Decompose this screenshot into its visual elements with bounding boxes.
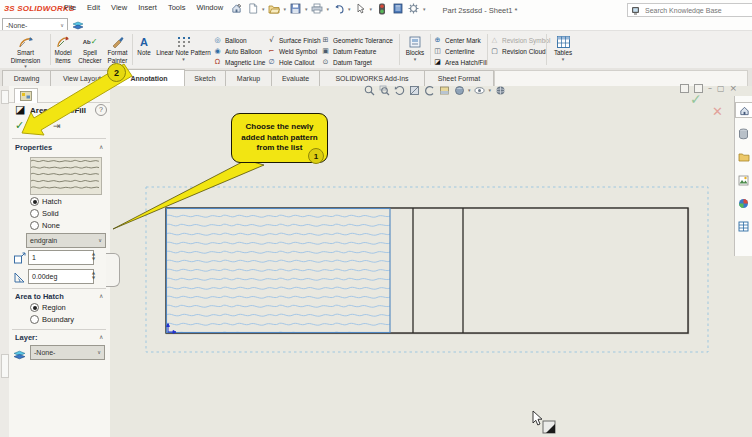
cancel-button[interactable]: ✕ (34, 121, 42, 131)
ribbon-button-datum-feature[interactable]: ▣ Datum Feature (321, 46, 376, 56)
confirmation-cancel-icon[interactable]: ✕ (712, 105, 723, 118)
hatch-scale-field[interactable]: 1 (28, 250, 94, 265)
knowledge-base-search[interactable] (627, 3, 752, 17)
select-caret-icon[interactable]: ▾ (370, 6, 373, 12)
ok-button[interactable]: ✓ (15, 120, 24, 131)
menu-tools[interactable]: Tools (168, 3, 186, 13)
select-icon[interactable] (354, 2, 367, 15)
radio-solid[interactable] (30, 209, 39, 218)
ribbon-button-weld-symbol[interactable]: ⌐ Weld Symbol (267, 46, 317, 56)
ribbon-button-revision-cloud[interactable]: ▢ Revision Cloud (490, 46, 546, 56)
ribbon-button-note[interactable]: A Note (134, 32, 154, 68)
file-explorer-icon[interactable] (737, 150, 751, 164)
open-icon[interactable] (268, 2, 281, 15)
view-palette-icon[interactable] (737, 173, 751, 187)
tab-drawing[interactable]: Drawing (2, 70, 51, 86)
window-icon-a[interactable] (680, 84, 689, 93)
close-icon[interactable]: × (730, 84, 738, 93)
ribbon-button-area-hatch-fill[interactable]: ◪ Area Hatch/Fill (433, 57, 488, 67)
collapse-icon[interactable]: ∧ (99, 293, 103, 299)
help-icon[interactable]: ? (95, 104, 107, 116)
panel-layer-dropdown[interactable]: -None- ∨ (30, 345, 105, 360)
hatch-angle-spinner[interactable]: ▲ ▼ (89, 268, 98, 283)
pin-button[interactable]: ⇥ (53, 122, 61, 131)
save-icon[interactable] (289, 2, 302, 15)
ribbon-button-magnetic-line[interactable]: Ω Magnetic Line (213, 57, 265, 67)
spin-down-icon[interactable]: ▼ (92, 257, 95, 261)
new-doc-caret-icon[interactable]: ▾ (262, 6, 265, 12)
ribbon-button-geometric-tolerance[interactable]: ⊞ Geometric Tolerance (321, 35, 393, 45)
collapse-icon[interactable]: ∧ (99, 334, 103, 340)
radio-none[interactable] (30, 221, 39, 230)
redraw-icon[interactable] (423, 84, 435, 96)
appearances-icon[interactable] (737, 196, 751, 210)
ribbon-button-tables[interactable]: Tables ▾ (549, 32, 577, 68)
ribbon-button-linear-note-pattern[interactable]: Linear Note Pattern ▾ (155, 32, 212, 68)
ribbon-button-surface-finish[interactable]: √ Surface Finish (267, 35, 321, 45)
section-view-icon[interactable] (408, 84, 420, 96)
menu-insert[interactable]: Insert (138, 3, 157, 13)
tab-sketch[interactable]: Sketch (184, 70, 226, 86)
menu-window[interactable]: Window (196, 3, 223, 13)
panel-flyout-handle[interactable] (106, 253, 120, 287)
spin-down-icon[interactable]: ▼ (92, 276, 95, 280)
new-document-icon[interactable] (246, 2, 259, 15)
property-manager-tab-icon (20, 91, 32, 101)
design-library-icon[interactable] (737, 127, 751, 141)
ribbon-button-blocks[interactable]: Blocks ▾ (402, 32, 428, 68)
home-tab-icon[interactable] (735, 102, 752, 118)
undo-caret-icon[interactable]: ▾ (348, 6, 351, 12)
property-manager-tabs (9, 86, 110, 103)
confirmation-ok-icon[interactable]: ✓ (690, 92, 702, 106)
open-caret-icon[interactable]: ▾ (284, 6, 287, 12)
save-caret-icon[interactable]: ▾ (305, 6, 308, 12)
restore-icon[interactable]: ▢ (717, 85, 725, 93)
menu-file[interactable]: File (64, 3, 76, 13)
ribbon-button-balloon[interactable]: ◎ Balloon (213, 35, 247, 45)
print-caret-icon[interactable]: ▾ (327, 6, 330, 12)
hatch-scale-spinner[interactable]: ▲ ▼ (89, 249, 98, 264)
minimize-icon[interactable]: – (708, 85, 712, 93)
hide-show-items-icon[interactable] (474, 84, 486, 96)
previous-view-icon[interactable] (393, 84, 405, 96)
strip-scroll-thumb[interactable] (1, 354, 9, 378)
undo-icon[interactable] (332, 2, 345, 15)
revision-cloud-icon: ▢ (490, 48, 499, 55)
apply-scene-icon[interactable] (438, 84, 450, 96)
ribbon-button-hole-callout[interactable]: ∅ Hole Callout (267, 57, 314, 67)
home-icon[interactable] (230, 2, 243, 15)
menu-edit[interactable]: Edit (87, 3, 100, 13)
datum-target-icon: ⊙ (321, 59, 330, 66)
ribbon-button-datum-target[interactable]: ⊙ Datum Target (321, 57, 372, 67)
hatch-angle-field[interactable]: 0.00deg (28, 269, 94, 284)
view-settings-icon[interactable] (453, 84, 465, 96)
tab-evaluate[interactable]: Evaluate (271, 70, 320, 86)
ribbon-button-centerline[interactable]: ◫ Centerline (433, 46, 475, 56)
search-input[interactable] (643, 6, 747, 15)
step-badge-1: 1 (308, 148, 324, 164)
hatched-region[interactable] (167, 209, 391, 333)
radio-hatch[interactable] (30, 197, 39, 206)
ribbon-button-model-items[interactable]: Model Items (51, 32, 75, 68)
hide-show-caret-icon[interactable]: ▾ (489, 87, 492, 93)
menu-view[interactable]: View (111, 3, 127, 13)
custom-properties-icon[interactable] (737, 219, 751, 233)
tab-markup[interactable]: Markup (225, 70, 272, 86)
ribbon-button-auto-balloon[interactable]: ◉ Auto Balloon (213, 46, 262, 56)
view-orientation-icon[interactable] (494, 84, 506, 96)
ribbon-button-spell-checker[interactable]: Ab✓ Spell Checker (77, 32, 103, 68)
mouse-cursor (533, 411, 555, 433)
ribbon-button-center-mark[interactable]: ⊕ Center Mark (433, 35, 481, 45)
strip-handle[interactable] (1, 90, 9, 104)
print-icon[interactable] (311, 2, 324, 15)
radio-boundary[interactable] (30, 315, 39, 324)
tab-view-layout[interactable]: View Layout (50, 70, 114, 86)
collapse-icon[interactable]: ∧ (99, 144, 103, 150)
radio-region[interactable] (30, 303, 39, 312)
view-settings-caret-icon[interactable]: ▾ (468, 87, 471, 93)
ribbon-button-smart-dimension[interactable]: Smart Dimension ▾ (2, 32, 49, 68)
hatch-pattern-dropdown[interactable]: endgrain ∨ (26, 233, 106, 248)
zoom-to-area-icon[interactable] (378, 84, 390, 96)
zoom-to-fit-icon[interactable] (363, 84, 375, 96)
property-manager-tab[interactable] (14, 88, 38, 103)
